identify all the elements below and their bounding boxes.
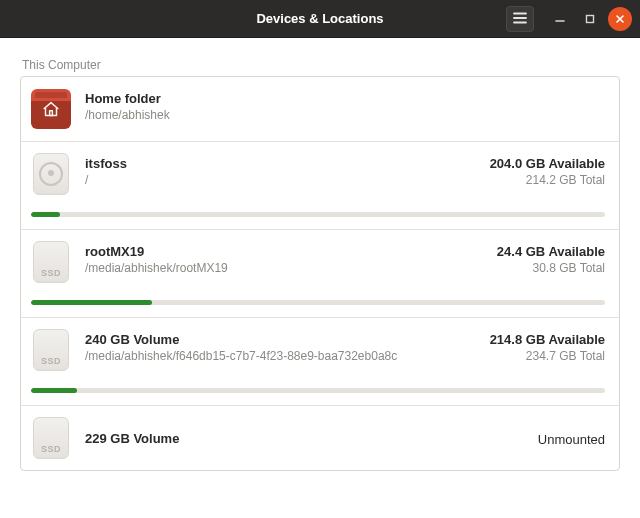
available-label: 214.8 GB Available: [490, 332, 605, 348]
device-row[interactable]: SSD 229 GB Volume Unmounted: [21, 406, 619, 470]
device-name: 229 GB Volume: [85, 431, 528, 447]
svg-rect-4: [587, 15, 594, 22]
device-block-home: Home folder /home/abhishek: [21, 77, 619, 142]
available-label: 24.4 GB Available: [497, 244, 605, 260]
minimize-icon: [555, 10, 565, 28]
usage-bar: [31, 388, 605, 393]
device-path: /media/abhishek/f646db15-c7b7-4f23-88e9-…: [85, 348, 480, 364]
minimize-button[interactable]: [548, 7, 572, 31]
usage-bar-fill: [31, 212, 60, 217]
device-block-rootmx19: SSD rootMX19 /media/abhishek/rootMX19 24…: [21, 230, 619, 318]
maximize-icon: [585, 10, 595, 28]
device-row[interactable]: SSD rootMX19 /media/abhishek/rootMX19 24…: [21, 230, 619, 290]
device-row[interactable]: itsfoss / 204.0 GB Available 214.2 GB To…: [21, 142, 619, 202]
device-block-240gb: SSD 240 GB Volume /media/abhishek/f646db…: [21, 318, 619, 406]
usage-bar: [31, 300, 605, 305]
device-row[interactable]: SSD 240 GB Volume /media/abhishek/f646db…: [21, 318, 619, 378]
ssd-icon: SSD: [31, 418, 71, 458]
total-label: 234.7 GB Total: [490, 348, 605, 364]
header-controls: [506, 6, 632, 32]
device-status-text: Unmounted: [528, 430, 605, 447]
window-body: This Computer Home folder /home/abhishek: [0, 38, 640, 483]
device-block-itsfoss: itsfoss / 204.0 GB Available 214.2 GB To…: [21, 142, 619, 230]
home-folder-icon: [31, 89, 71, 129]
device-block-229gb: SSD 229 GB Volume Unmounted: [21, 406, 619, 470]
close-button[interactable]: [608, 7, 632, 31]
available-label: 204.0 GB Available: [490, 156, 605, 172]
device-usage-text: 214.8 GB Available 234.7 GB Total: [480, 330, 605, 364]
ssd-icon: SSD: [31, 330, 71, 370]
device-name: 240 GB Volume: [85, 332, 480, 348]
device-usage-text: 204.0 GB Available 214.2 GB Total: [480, 154, 605, 188]
device-info: Home folder /home/abhishek: [85, 89, 605, 123]
device-usage-text: 24.4 GB Available 30.8 GB Total: [487, 242, 605, 276]
devices-list: Home folder /home/abhishek itsfoss / 204…: [20, 76, 620, 471]
unmounted-label: Unmounted: [538, 432, 605, 447]
hard-disk-icon: [31, 154, 71, 194]
device-name: Home folder: [85, 91, 605, 107]
device-name: itsfoss: [85, 156, 480, 172]
headerbar: Devices & Locations: [0, 0, 640, 38]
device-info: 229 GB Volume: [85, 429, 528, 447]
device-name: rootMX19: [85, 244, 487, 260]
device-row[interactable]: Home folder /home/abhishek: [21, 77, 619, 141]
usage-bar-fill: [31, 388, 77, 393]
device-info: itsfoss /: [85, 154, 480, 188]
device-path: /: [85, 172, 480, 188]
hamburger-icon: [513, 10, 527, 28]
close-icon: [615, 10, 625, 28]
device-path: /media/abhishek/rootMX19: [85, 260, 487, 276]
usage-bar: [31, 212, 605, 217]
maximize-button[interactable]: [578, 7, 602, 31]
device-path: /home/abhishek: [85, 107, 605, 123]
usage-bar-fill: [31, 300, 152, 305]
device-info: 240 GB Volume /media/abhishek/f646db15-c…: [85, 330, 480, 364]
ssd-icon: SSD: [31, 242, 71, 282]
total-label: 214.2 GB Total: [490, 172, 605, 188]
svg-rect-7: [50, 111, 53, 116]
section-label-this-computer: This Computer: [20, 58, 620, 72]
total-label: 30.8 GB Total: [497, 260, 605, 276]
device-info: rootMX19 /media/abhishek/rootMX19: [85, 242, 487, 276]
hamburger-menu-button[interactable]: [506, 6, 534, 32]
